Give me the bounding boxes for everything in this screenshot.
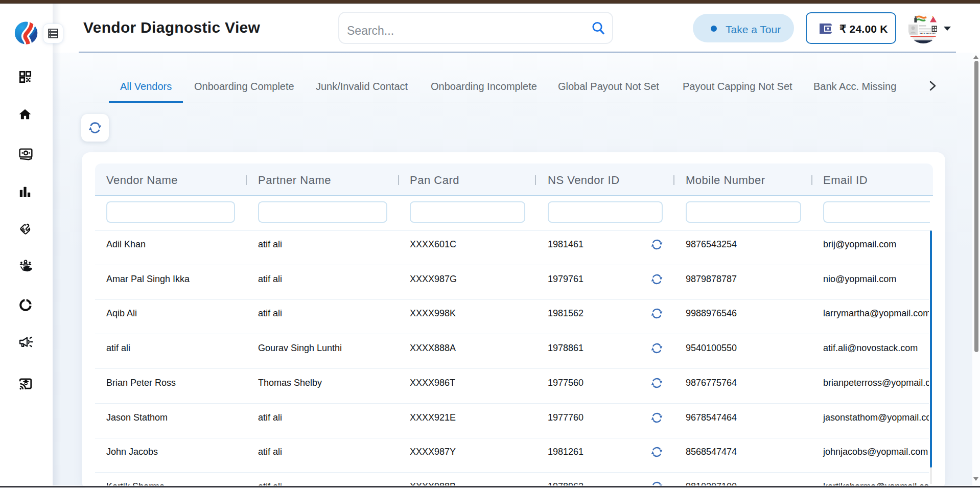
svg-text:XXXX XXXX XXX: XXXX XXXX XXX	[920, 32, 936, 35]
